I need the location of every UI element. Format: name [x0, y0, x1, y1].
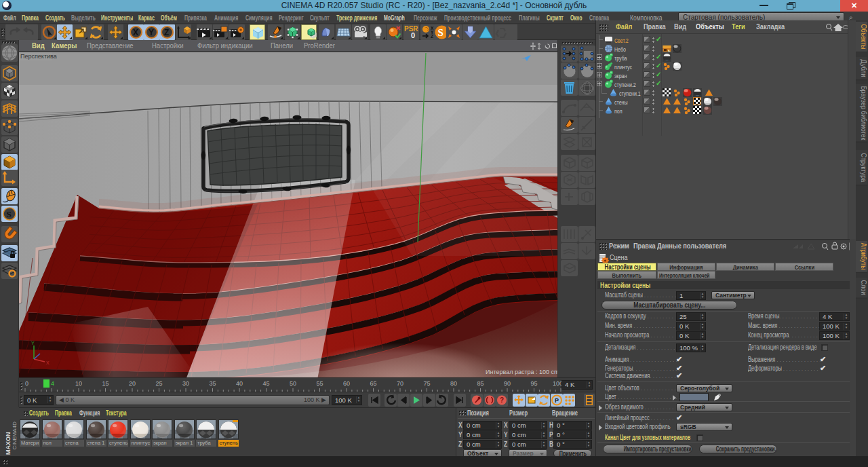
svg-text:100: 100: [553, 380, 561, 387]
svg-text:25: 25: [155, 380, 162, 387]
svg-text:4: 4: [51, 380, 54, 387]
svg-text:95: 95: [530, 380, 537, 387]
svg-text:85: 85: [477, 380, 484, 387]
svg-text:X: X: [46, 360, 50, 365]
svg-text:?: ?: [500, 396, 504, 404]
svg-text:30: 30: [182, 380, 189, 387]
svg-text:Y: Y: [31, 341, 35, 345]
svg-text:45: 45: [262, 380, 269, 387]
svg-text:10: 10: [75, 380, 82, 387]
svg-text:Интервал растра : 100 cm: Интервал растра : 100 cm: [486, 369, 557, 375]
svg-text:0: 0: [25, 380, 28, 387]
svg-text:Z: Z: [431, 34, 433, 39]
svg-text:P: P: [555, 397, 559, 404]
svg-text:90: 90: [504, 380, 511, 387]
svg-text:0: 0: [411, 31, 415, 39]
svg-text:Перспектива: Перспектива: [20, 53, 57, 60]
svg-text:Z: Z: [164, 28, 169, 37]
svg-text:20: 20: [129, 380, 136, 387]
svg-text:X: X: [133, 28, 138, 37]
svg-text:60: 60: [343, 380, 350, 387]
svg-text:S: S: [7, 209, 12, 219]
svg-text:50: 50: [290, 380, 296, 387]
svg-text:55: 55: [316, 380, 323, 387]
svg-text:35: 35: [209, 380, 216, 387]
svg-text:80: 80: [450, 380, 457, 387]
svg-text:Y: Y: [149, 28, 154, 37]
svg-text:70: 70: [397, 380, 403, 387]
svg-text:S: S: [438, 27, 443, 38]
svg-text:40: 40: [236, 380, 243, 387]
svg-text:75: 75: [423, 380, 430, 387]
svg-text:65: 65: [370, 380, 376, 387]
svg-text:15: 15: [102, 380, 108, 387]
